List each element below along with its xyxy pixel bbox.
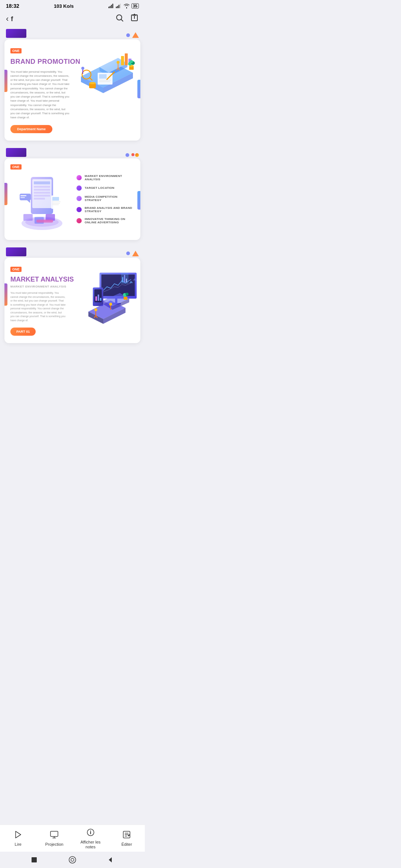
slide1-left: ONE BRAND PROMOTION You must take person… — [10, 47, 134, 133]
slide2-illustration — [10, 166, 74, 233]
nav-actions — [115, 13, 139, 24]
svg-rect-3 — [112, 4, 113, 8]
back-button[interactable]: ‹ — [6, 14, 9, 24]
decor3-top-right — [126, 251, 139, 256]
list-item-3: MEDIA COMPETITION STRATEGY — [76, 195, 134, 202]
purple-tab2 — [4, 183, 7, 205]
slide3-wrapper: ONE MARKET ANALYSIS MARKET ENVIRONMENT A… — [4, 246, 140, 343]
wifi-icon — [123, 3, 130, 9]
battery-icon: 35 — [131, 3, 139, 9]
slide3-desc: You must take personal responsibility. Y… — [10, 291, 66, 322]
slide2-content: ONE — [4, 158, 140, 240]
decor2-purple-block — [6, 148, 26, 157]
svg-point-63 — [25, 218, 59, 227]
svg-rect-7 — [120, 4, 121, 8]
list-item-2: TARGET LOCATION — [76, 185, 134, 191]
svg-marker-51 — [27, 200, 30, 203]
slide3-content: ONE MARKET ANALYSIS MARKET ENVIRONMENT A… — [4, 258, 140, 343]
svg-rect-4 — [116, 7, 117, 8]
list-item-4: BRAND ANALYSIS AND BRAND STRATEGY — [76, 206, 134, 213]
svg-rect-45 — [34, 186, 50, 188]
svg-rect-52 — [20, 195, 26, 196]
status-time: 18:32 — [6, 3, 19, 9]
slide1-card: ONE BRAND PROMOTION You must take person… — [4, 39, 140, 141]
list-text-5: INNOVATIVE THINKING ON ONLINE ADVERTISIN… — [85, 217, 134, 224]
status-icons: 35 — [108, 3, 139, 9]
list-dot-4 — [76, 207, 82, 212]
purple-tab — [4, 70, 7, 92]
svg-line-9 — [121, 20, 123, 22]
svg-rect-0 — [108, 7, 110, 8]
decor-top-right — [126, 32, 139, 38]
list-dot-2 — [76, 185, 82, 191]
svg-rect-48 — [34, 195, 50, 197]
list-text-1: MARKET ENVIRONMENT ANALYSIS — [85, 174, 134, 181]
list-dot-5 — [76, 218, 82, 223]
search-icon[interactable] — [115, 13, 124, 24]
svg-rect-44 — [34, 181, 50, 184]
purple-tab3 — [4, 283, 7, 306]
status-bar: 18:32 103 Ko/s 35 — [0, 0, 145, 10]
list-text-3: MEDIA COMPETITION STRATEGY — [85, 195, 134, 202]
signal2-icon — [116, 4, 122, 8]
share-icon[interactable] — [130, 13, 139, 24]
slide1-tag: ONE — [10, 48, 22, 53]
list-dot-1 — [76, 175, 82, 180]
signal-icon — [108, 4, 114, 8]
blue-tab — [137, 80, 140, 98]
slide2-tag: ONE — [10, 164, 22, 170]
svg-rect-5 — [117, 6, 118, 8]
page-indicator: f — [11, 15, 13, 23]
svg-rect-46 — [34, 189, 50, 191]
list-item-5: INNOVATIVE THINKING ON ONLINE ADVERTISIN… — [76, 217, 134, 224]
slides-container: ONE BRAND PROMOTION You must take person… — [0, 27, 145, 394]
slide2-wrapper: ONE — [4, 147, 140, 240]
svg-rect-6 — [118, 5, 120, 8]
slide1-title: BRAND PROMOTION — [10, 58, 134, 66]
svg-rect-1 — [110, 6, 111, 8]
decor3-purple-block — [6, 247, 26, 256]
slide1-content: ONE BRAND PROMOTION You must take person… — [4, 39, 140, 141]
svg-rect-55 — [52, 197, 59, 201]
slide3-left: ONE MARKET ANALYSIS MARKET ENVIRONMENT A… — [10, 265, 134, 336]
decor2-top-right — [125, 153, 139, 157]
slide3-title: MARKET ANALYSIS — [10, 276, 134, 284]
list-item-1: MARKET ENVIRONMENT ANALYSIS — [76, 174, 134, 181]
slide1-button[interactable]: Department Name — [10, 125, 52, 133]
status-network: 103 Ko/s — [54, 3, 74, 9]
decor-purple-block — [6, 29, 26, 38]
slide2-list: MARKET ENVIRONMENT ANALYSIS TARGET LOCAT… — [74, 166, 134, 233]
slide3-tag: ONE — [10, 267, 22, 272]
slide1-wrapper: ONE BRAND PROMOTION You must take person… — [4, 27, 140, 141]
list-text-4: BRAND ANALYSIS AND BRAND STRATEGY — [85, 206, 134, 213]
blue-tab2 — [137, 191, 140, 210]
nav-bar: ‹ f — [0, 10, 145, 27]
slide3-card: ONE MARKET ANALYSIS MARKET ENVIRONMENT A… — [4, 258, 140, 343]
svg-rect-53 — [20, 197, 25, 198]
slide3-button[interactable]: PART 01 — [10, 328, 36, 336]
svg-rect-2 — [111, 5, 112, 8]
slide2-card: ONE — [4, 158, 140, 240]
slide3-subtitle: MARKET ENVIRONMENT ANALYSIS — [10, 285, 134, 288]
list-dot-3 — [76, 196, 82, 201]
list-text-2: TARGET LOCATION — [85, 186, 114, 190]
svg-rect-49 — [34, 198, 45, 200]
svg-rect-47 — [34, 192, 50, 194]
slide1-desc: You must take personal responsibility. Y… — [10, 70, 70, 120]
